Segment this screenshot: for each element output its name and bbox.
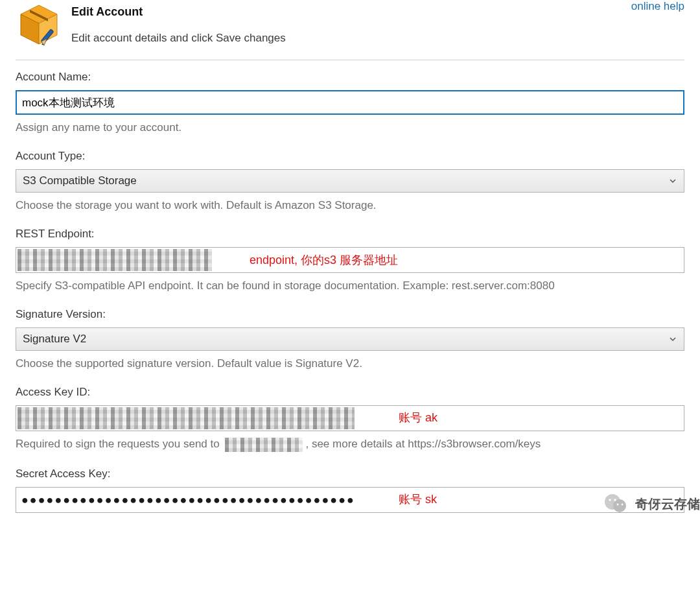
secret-key-masked: ●●●●●●●●●●●●●●●●●●●●●●●●●●●●●●●●●●●●●●●● bbox=[21, 493, 355, 507]
signature-value: Signature V2 bbox=[23, 333, 86, 346]
watermark: 奇伢云存储 bbox=[603, 491, 700, 517]
account-name-help: Assign any name to your account. bbox=[16, 121, 684, 134]
online-help-link[interactable]: online help bbox=[631, 0, 684, 13]
endpoint-label: REST Endpoint: bbox=[16, 228, 684, 241]
endpoint-redacted bbox=[18, 249, 212, 271]
account-name-label: Account Name: bbox=[16, 71, 684, 84]
dialog-title: Edit Account bbox=[71, 5, 684, 19]
svg-point-10 bbox=[614, 499, 616, 501]
dialog-header: Edit Account Edit account details and cl… bbox=[16, 0, 684, 48]
account-type-help: Choose the storage you want to work with… bbox=[16, 199, 684, 212]
endpoint-input[interactable]: endpoint, 你的s3 服务器地址 bbox=[16, 247, 684, 273]
chevron-down-icon bbox=[668, 335, 677, 344]
header-separator bbox=[16, 60, 684, 60]
access-key-help-redacted bbox=[225, 438, 303, 452]
endpoint-help: Specify S3-compatible API endpoint. It c… bbox=[16, 279, 684, 292]
watermark-text: 奇伢云存储 bbox=[635, 495, 700, 513]
signature-select[interactable]: Signature V2 bbox=[16, 327, 684, 351]
svg-point-8 bbox=[613, 499, 626, 512]
secret-key-input[interactable]: ●●●●●●●●●●●●●●●●●●●●●●●●●●●●●●●●●●●●●●●●… bbox=[16, 487, 684, 513]
endpoint-annotation: endpoint, 你的s3 服务器地址 bbox=[250, 252, 398, 268]
account-type-select[interactable]: S3 Compatible Storage bbox=[16, 169, 684, 193]
access-key-annotation: 账号 ak bbox=[399, 410, 438, 425]
account-name-input[interactable] bbox=[16, 90, 684, 115]
access-key-redacted bbox=[18, 407, 355, 429]
svg-point-11 bbox=[617, 504, 619, 506]
signature-label: Signature Version: bbox=[16, 308, 684, 321]
chevron-down-icon bbox=[668, 176, 677, 185]
signature-help: Choose the supported signature version. … bbox=[16, 357, 684, 370]
account-edit-icon bbox=[16, 1, 71, 48]
wechat-icon bbox=[603, 491, 629, 517]
dialog-subtitle: Edit account details and click Save chan… bbox=[71, 32, 684, 45]
secret-key-annotation: 账号 sk bbox=[399, 491, 437, 507]
access-key-help: Required to sign the requests you send t… bbox=[16, 438, 684, 452]
access-key-input[interactable]: 账号 ak bbox=[16, 405, 684, 431]
svg-point-12 bbox=[622, 504, 624, 506]
account-type-label: Account Type: bbox=[16, 150, 684, 163]
svg-point-9 bbox=[609, 499, 611, 501]
account-type-value: S3 Compatible Storage bbox=[23, 174, 137, 187]
access-key-label: Access Key ID: bbox=[16, 386, 684, 399]
secret-key-label: Secret Access Key: bbox=[16, 468, 684, 480]
